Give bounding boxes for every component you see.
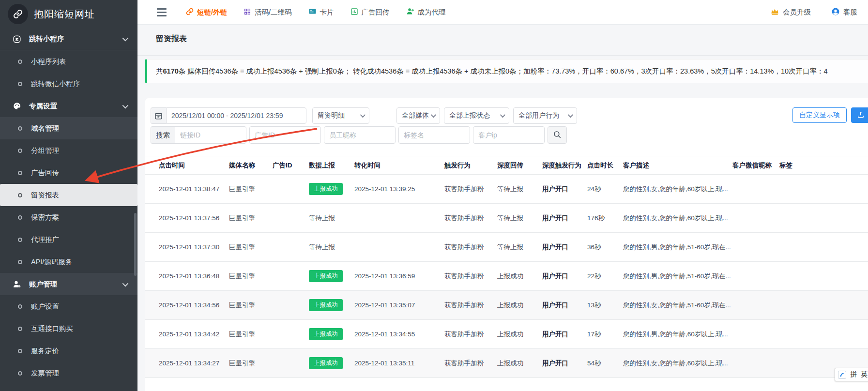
bullet-circle-icon: [15, 171, 25, 175]
ime-pinyin-label: 拼: [850, 370, 857, 379]
report-status-select[interactable]: 全部上报状态: [444, 107, 509, 124]
report-type-select[interactable]: 留资明细: [312, 107, 369, 124]
cell-report-status: 上报成功: [309, 349, 354, 378]
nav-tab-qr-code[interactable]: 活码/二维码: [244, 8, 292, 17]
bullet-circle-icon: [15, 371, 25, 376]
sidebar-item-privacy-plan[interactable]: 保密方案: [0, 206, 137, 228]
table-row: 2025-12-01 13:37:30 巨量引擎 等待上报 获客助手加粉 等待上…: [145, 233, 868, 262]
sidebar-item-exclusive-settings[interactable]: 专属设置: [0, 95, 137, 117]
agent-person-icon: [406, 7, 414, 17]
ad-id-input[interactable]: [249, 126, 321, 144]
sidebar-item-lead-report[interactable]: 留资报表: [0, 184, 137, 206]
card-icon: [308, 7, 317, 17]
cell-report-status: 上报成功: [309, 175, 354, 204]
brand-logo-link-icon: [8, 4, 28, 24]
palette-icon: [12, 102, 22, 110]
cell-report-status: 等待上报: [309, 204, 354, 233]
sidebar-scrollbar[interactable]: [134, 213, 137, 276]
client-ip-input[interactable]: [473, 126, 545, 144]
media-select[interactable]: 全部媒体: [396, 107, 440, 124]
bullet-circle-icon: [15, 349, 25, 353]
brand-title: 抱阳缩短网址: [34, 8, 95, 21]
sidebar-item-jump-wechat-miniapp[interactable]: 跳转微信小程序: [0, 73, 137, 95]
status-badge: 上报成功: [309, 299, 343, 311]
nav-tab-ad-callback[interactable]: 广告回传: [350, 8, 390, 17]
chevron-down-icon: [568, 112, 573, 118]
date-range-input[interactable]: [166, 107, 306, 124]
sidebar-item-api-service[interactable]: API/源码服务: [0, 251, 137, 273]
table-row: 2025-12-01 13:34:56 巨量引擎 上报成功 2025-12-01…: [145, 291, 868, 320]
bullet-circle-icon: [15, 193, 25, 197]
sidebar-item-ad-callback[interactable]: 广告回传: [0, 162, 137, 184]
search-icon: [553, 130, 562, 140]
chevron-down-icon: [360, 112, 365, 118]
nav-tab-card[interactable]: 卡片: [308, 7, 334, 17]
status-badge: 上报成功: [309, 328, 343, 340]
page-title: 留资报表: [156, 34, 187, 44]
lead-report-table: 点击时间 媒体名称 广告ID 数据上报 转化时间 触发行为 深度回传 深度触发行…: [145, 156, 868, 378]
stats-total-count: 6170: [163, 67, 179, 75]
table-header-row: 点击时间 媒体名称 广告ID 数据上报 转化时间 触发行为 深度回传 深度触发行…: [145, 156, 868, 175]
top-navbar: 短链/外链 活码/二维码 卡片 广告回传 成为代理: [137, 0, 868, 25]
sidebar-item-miniapp-list[interactable]: 小程序列表: [0, 50, 137, 73]
calendar-icon[interactable]: [151, 107, 166, 124]
tag-name-input[interactable]: [398, 126, 470, 144]
table-row: 2025-12-01 13:38:47 巨量引擎 上报成功 2025-12-01…: [145, 175, 868, 204]
chevron-down-icon: [122, 35, 129, 42]
sidebar-item-funds-detail[interactable]: 资金明细: [0, 384, 137, 391]
ime-indicator[interactable]: 拼 英: [835, 368, 868, 381]
customize-columns-button[interactable]: 自定义显示项: [792, 107, 847, 123]
user-gear-icon: [12, 280, 22, 289]
ime-icon: [838, 371, 846, 379]
status-badge: 上报成功: [309, 183, 343, 195]
chevron-down-icon: [431, 112, 436, 118]
cell-report-status: 等待上报: [309, 233, 354, 262]
user-behavior-select[interactable]: 全部用户行为: [513, 107, 577, 124]
sidebar-item-group-management[interactable]: 分组管理: [0, 139, 137, 162]
headset-person-icon: [831, 7, 840, 17]
sidebar-item-jump-miniapp[interactable]: 跳转小程序: [0, 28, 137, 50]
sidebar-item-account-management[interactable]: 账户管理: [0, 273, 137, 295]
sidebar-item-agent-promotion[interactable]: 代理推广: [0, 228, 137, 251]
nav-tab-become-agent[interactable]: 成为代理: [406, 7, 446, 17]
bullet-circle-icon: [15, 82, 25, 86]
stats-detail: 媒体回传4536条 = 成功上报4536条 + 强制上报0条； 转化成功4536…: [185, 67, 827, 75]
bullet-circle-icon: [15, 260, 25, 264]
sidebar: 抱阳缩短网址 跳转小程序 小程序列表 跳转微信小程序 专属设置 域名: [0, 0, 137, 391]
sidebar-item-interconnect-purchase[interactable]: 互通接口购买: [0, 317, 137, 340]
status-badge: 上报成功: [309, 270, 343, 282]
sidebar-item-invoice-management[interactable]: 发票管理: [0, 362, 137, 384]
status-badge: 上报成功: [309, 357, 343, 369]
staff-nickname-input[interactable]: [324, 126, 396, 144]
nav-tab-short-link[interactable]: 短链/外链: [186, 8, 227, 17]
divider: [137, 55, 868, 56]
table-row: 2025-12-01 13:36:48 巨量引擎 上报成功 2025-12-01…: [145, 262, 868, 291]
sidebar-item-service-pricing[interactable]: 服务定价: [0, 340, 137, 362]
hamburger-menu-icon[interactable]: [157, 8, 167, 16]
cell-report-status: 上报成功: [309, 320, 354, 349]
link-id-input[interactable]: [175, 126, 246, 144]
bullet-circle-icon: [15, 304, 25, 309]
search-row: 搜索: [151, 126, 567, 144]
table-row: 2025-12-01 13:37:56 巨量引擎 等待上报 获客助手加粉 等待上…: [145, 204, 868, 233]
main-content: 留资报表 共6170条 媒体回传4536条 = 成功上报4536条 + 强制上报…: [137, 25, 868, 391]
ad-callback-icon: [350, 8, 358, 17]
sidebar-item-account-settings[interactable]: 账户设置: [0, 295, 137, 317]
app-window: 抱阳缩短网址 跳转小程序 小程序列表 跳转微信小程序 专属设置 域名: [0, 0, 868, 391]
search-button[interactable]: [548, 126, 567, 144]
nav-customer-service[interactable]: 客服: [831, 7, 857, 17]
status-badge: 等待上报: [309, 214, 335, 223]
link-icon: [186, 8, 194, 17]
bullet-circle-icon: [15, 327, 25, 331]
nav-member-upgrade[interactable]: 会员升级: [770, 7, 811, 17]
table-row: 2025-12-01 13:34:42 巨量引擎 上报成功 2025-12-01…: [145, 320, 868, 349]
sidebar-item-domain-management[interactable]: 域名管理: [0, 117, 137, 139]
bullet-circle-icon: [15, 60, 25, 64]
ime-english-label: 英: [861, 370, 868, 379]
stats-summary-bar: 共6170条 媒体回传4536条 = 成功上报4536条 + 强制上报0条； 转…: [145, 59, 868, 83]
bullet-circle-icon: [15, 126, 25, 131]
miniapp-icon: [12, 35, 22, 44]
export-button[interactable]: 导出: [851, 107, 868, 123]
table-row: 2025-12-01 13:34:27 巨量引擎 上报成功 2025-12-01…: [145, 349, 868, 378]
cell-report-status: 上报成功: [309, 291, 354, 320]
